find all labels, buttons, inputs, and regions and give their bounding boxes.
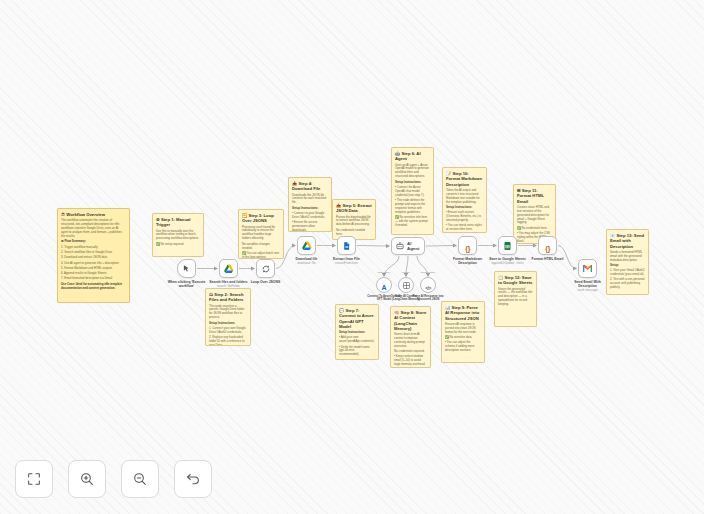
sticky-note-step10[interactable]: 📝 Step 10: Format Markdown DescriptionTa…: [442, 167, 487, 233]
node-label: Format Markdown Description: [447, 257, 489, 265]
zoom-in-button[interactable]: [68, 460, 106, 498]
sticky-text-line: ✅ No setup required.: [156, 243, 200, 247]
reset-zoom-button[interactable]: [174, 460, 212, 498]
node-label: When clicking ‘Execute workflow’: [166, 280, 208, 288]
node-extract[interactable]: Extract from FileextractFromJson: [337, 236, 356, 255]
node-label: Send Email With Descriptionsend: message: [567, 280, 609, 292]
sticky-text-line: • You can tweak extra styles or section …: [446, 224, 483, 232]
workflow-canvas[interactable]: 🗒 Workflow OverviewThis workflow automat…: [0, 0, 704, 514]
subnode-azure-model[interactable]: AChat Model*Connect To AzureOpenAi GPT M…: [376, 277, 392, 293]
sticky-title: 📧 Step 13: Send Email with Description: [610, 233, 645, 249]
sticky-text-line: Sends a formatted HTML email with the ge…: [610, 251, 645, 263]
node-box: {}: [538, 236, 557, 255]
sticky-text-line: Ensures AI response is parsed into clean…: [445, 323, 481, 335]
sticky-note-overview[interactable]: 🗒 Workflow OverviewThis workflow automat…: [57, 208, 130, 303]
sticky-text-line: 2. Replace any hardcoded folder ID with …: [209, 336, 247, 346]
node-label: Format HTML Email: [527, 257, 569, 261]
node-sheets[interactable]: Save to Google SheetsappendOrUpdate: she…: [498, 236, 517, 255]
sticky-text-line: Takes the AI output and converts it into…: [446, 189, 483, 205]
node-loop[interactable]: Loop Over JSONS: [256, 259, 275, 278]
sticky-note-step1[interactable]: ⚙ Step 1: Manual TriggerUse this to manu…: [152, 213, 204, 257]
sticky-note-step12[interactable]: 📋 Step 12: Save to Google SheetsStores t…: [494, 271, 537, 327]
zoom-in-icon: [79, 471, 95, 487]
sticky-text-line: ✅ You can adjust batch size in the loop …: [242, 252, 280, 259]
undo-arrow-icon: [185, 471, 201, 487]
sticky-text-line: • Ensure each section (Overview, Benefit…: [446, 211, 483, 223]
zoom-to-fit-icon: [26, 471, 42, 487]
sticky-note-step8[interactable]: 🧠 Step 8: Store AI Context (LangChain Me…: [390, 306, 431, 368]
sticky-text-line: Creates clean HTML and text versions of …: [517, 206, 552, 226]
sticky-text-line: 2. Test with a non-personal account unti…: [610, 278, 645, 290]
node-box: [256, 259, 275, 278]
sticky-note-step11[interactable]: ✉ Step 11: Format HTML EmailCreates clea…: [513, 184, 556, 244]
sticky-title: 🗒 Workflow Overview: [61, 212, 126, 217]
node-trigger[interactable]: When clicking ‘Execute workflow’: [177, 259, 196, 278]
node-agent[interactable]: AI Agent: [391, 237, 425, 255]
sticky-note-step9[interactable]: 📊 Step 9: Parse AI Response into Structu…: [441, 301, 485, 363]
sticky-text-line: 1. Trigger workflow manually: [61, 246, 126, 250]
sticky-note-step2[interactable]: 🗂 Step 2: Search Files and FoldersThis n…: [205, 288, 251, 346]
sticky-text-line: 4. Use AI agent to generate title + desc…: [61, 262, 126, 266]
node-box: [337, 236, 356, 255]
sticky-text-line: ✅ No sensitive info here — edit the syst…: [395, 216, 430, 228]
node-box: AI Agent: [391, 237, 425, 255]
subnode-memory[interactable]: MemoryStore AI Context (LangChain Memory…: [398, 277, 414, 293]
sticky-text-line: 7. Email formatted description via Gmail: [61, 277, 126, 281]
sticky-title: ⚙ Step 1: Manual Trigger: [156, 217, 200, 228]
sticky-text-line: Uses an AI agent + Azure OpenAI model to…: [395, 164, 430, 180]
sticky-text-line: This workflow automates the creation of …: [61, 219, 126, 239]
node-box: [297, 236, 316, 255]
node-markdown[interactable]: {}Format Markdown Description: [458, 236, 477, 255]
sticky-note-step5[interactable]: 📤 Step 5: Extract JSON DataParses the do…: [332, 199, 376, 240]
sticky-title: ✉ Step 11: Format HTML Email: [517, 188, 552, 204]
node-subtitle: extractFromJson: [326, 262, 368, 266]
node-download[interactable]: Download filedownload: file: [297, 236, 316, 255]
sticky-title: 🧠 Step 8: Store AI Context (LangChain Me…: [394, 310, 427, 331]
sticky-title: 🔁 Step 3: Loop Over JSONS: [242, 213, 280, 224]
sticky-text-line: 1. Connect your own Google Drive OAuth2 …: [209, 327, 247, 335]
canvas-toolbar: [15, 460, 212, 498]
zoom-out-button[interactable]: [121, 460, 159, 498]
gmail-icon: [582, 264, 593, 273]
subnode-circle: A: [376, 277, 392, 293]
port-label: Chat Model*: [377, 271, 390, 274]
sticky-note-step13[interactable]: 📧 Step 13: Send Email with DescriptionSe…: [606, 229, 649, 295]
subnode-label: Parse AI Response into Structured JSON: [411, 295, 445, 302]
sticky-text-line: 1. Give your Gmail OAuth2 credentials (y…: [610, 269, 645, 277]
sticky-text-line: • This node defines the prompt and expec…: [395, 199, 430, 215]
subnode-circle: [398, 277, 414, 293]
robot-icon: [395, 241, 405, 251]
sticky-note-step7[interactable]: 💬 Step 7: Connect to Azure OpenAI GPT Mo…: [335, 304, 379, 360]
code-braces-icon: {}: [545, 237, 550, 255]
sticky-text-line: Processes each found file individually t…: [242, 226, 280, 242]
node-search[interactable]: Search files and folderssearch: fileFold…: [219, 259, 238, 278]
sticky-text-line: Use this to manually start the workflow …: [156, 230, 200, 242]
node-label: Save to Google SheetsappendOrUpdate: she…: [487, 257, 529, 265]
node-label: Extract from FileextractFromJson: [326, 257, 368, 265]
google-drive-icon: [224, 264, 234, 273]
sticky-text-line: • Ensure file access permissions allow d…: [292, 221, 328, 232]
sticky-text-line: Setup Instructions:: [395, 181, 430, 185]
sticky-text-line: • You can adjust the schema if adding mo…: [445, 341, 481, 353]
node-gmail[interactable]: Send Email With Descriptionsend: message: [578, 259, 597, 278]
sticky-note-step4[interactable]: 📥 Step 4: Download FileDownloads the JSO…: [288, 177, 332, 232]
subnode-circle: </>: [420, 277, 436, 293]
port-label: Output Parser: [421, 271, 436, 274]
sticky-text-line: This node searches a specific Google Dri…: [209, 305, 247, 321]
sticky-note-step3[interactable]: 🔁 Step 3: Loop Over JSONSProcesses each …: [238, 209, 284, 259]
node-subtitle: appendOrUpdate: sheet: [487, 262, 529, 266]
subnode-output-parser[interactable]: </>Output ParserParse AI Response into S…: [420, 277, 436, 293]
azure-openai-icon: A: [381, 276, 386, 294]
zoom-to-fit-button[interactable]: [15, 460, 53, 498]
sticky-text-line: 3. Download and extract JSON data: [61, 256, 126, 260]
sticky-text-line: • Connect the Azure OpenAI chat model cr…: [395, 186, 430, 198]
google-drive-icon: [302, 241, 312, 250]
sticky-text-line: • Keep context window small (5–10) to av…: [394, 355, 427, 367]
sticky-text-line: Stores short-term AI context to improve …: [394, 333, 427, 349]
sticky-title: 📊 Step 9: Parse AI Response into Structu…: [445, 305, 481, 321]
node-subtitle: send: message: [567, 289, 609, 293]
sticky-text-line: Use Case: Ideal for automating n8n templ…: [61, 283, 126, 291]
sticky-text-line: • Add your own azureOpenAiApi credential…: [339, 336, 375, 344]
sticky-note-step6[interactable]: 🤖 Step 6: AI AgentUses an AI agent + Azu…: [391, 147, 434, 235]
node-html[interactable]: {}Format HTML Email: [538, 236, 557, 255]
